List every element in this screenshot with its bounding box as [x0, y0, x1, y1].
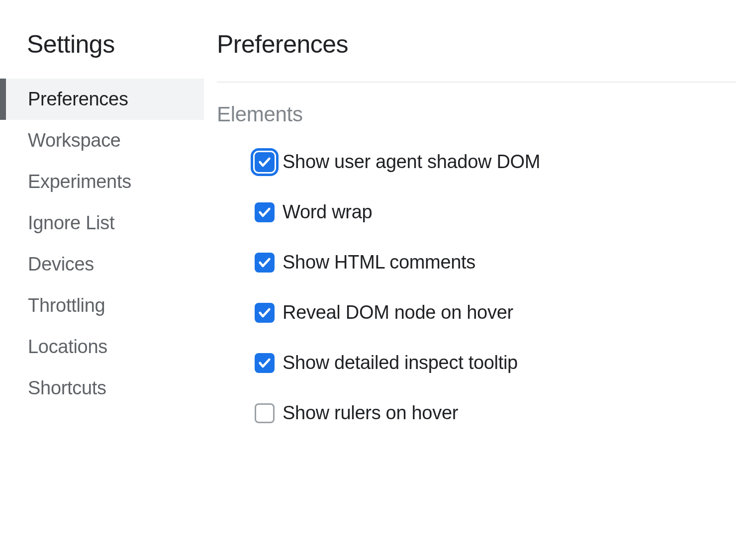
main-content: Preferences Elements Show user agent sha…: [204, 0, 756, 552]
option-show-rulers-on-hover: Show rulers on hover: [255, 402, 736, 424]
sidebar-item-label: Devices: [28, 254, 94, 275]
checkbox-word-wrap[interactable]: [255, 202, 275, 222]
sidebar-item-devices[interactable]: Devices: [0, 244, 204, 285]
sidebar-item-preferences[interactable]: Preferences: [0, 79, 204, 120]
option-show-detailed-inspect-tooltip: Show detailed inspect tooltip: [255, 352, 736, 373]
sidebar-item-label: Shortcuts: [28, 377, 106, 398]
page-title: Preferences: [217, 30, 736, 59]
option-label: Show user agent shadow DOM: [283, 151, 540, 173]
check-icon: [258, 306, 272, 320]
check-icon: [258, 155, 272, 169]
sidebar-nav: Preferences Workspace Experiments Ignore…: [0, 79, 204, 409]
option-show-user-agent-shadow-dom: Show user agent shadow DOM: [255, 151, 736, 173]
sidebar-item-label: Preferences: [28, 89, 128, 109]
options-list: Show user agent shadow DOM Word wrap Sho…: [217, 151, 736, 424]
check-icon: [258, 205, 272, 219]
option-label: Show rulers on hover: [283, 402, 458, 424]
sidebar-item-label: Experiments: [28, 171, 131, 192]
sidebar-item-label: Throttling: [28, 295, 105, 316]
sidebar-title: Settings: [0, 30, 204, 59]
option-word-wrap: Word wrap: [255, 201, 736, 223]
option-label: Show HTML comments: [283, 252, 475, 273]
check-icon: [258, 256, 272, 270]
checkbox-show-html-comments[interactable]: [255, 253, 275, 273]
checkbox-show-user-agent-shadow-dom[interactable]: [255, 152, 275, 172]
option-show-html-comments: Show HTML comments: [255, 252, 736, 273]
checkbox-show-rulers-on-hover[interactable]: [255, 403, 275, 423]
option-reveal-dom-node-on-hover: Reveal DOM node on hover: [255, 302, 736, 323]
divider: [217, 82, 736, 83]
sidebar-item-ignore-list[interactable]: Ignore List: [0, 202, 204, 244]
option-label: Reveal DOM node on hover: [283, 302, 513, 323]
sidebar-item-shortcuts[interactable]: Shortcuts: [0, 368, 204, 409]
checkbox-reveal-dom-node-on-hover[interactable]: [255, 303, 275, 323]
sidebar-item-workspace[interactable]: Workspace: [0, 120, 204, 161]
option-label: Show detailed inspect tooltip: [283, 352, 518, 373]
sidebar-item-label: Ignore List: [28, 212, 114, 233]
check-icon: [258, 356, 272, 370]
section-heading-elements: Elements: [217, 102, 736, 126]
settings-sidebar: Settings Preferences Workspace Experimen…: [0, 0, 204, 552]
checkbox-show-detailed-inspect-tooltip[interactable]: [255, 353, 275, 373]
sidebar-item-label: Locations: [28, 336, 107, 357]
sidebar-item-throttling[interactable]: Throttling: [0, 285, 204, 326]
sidebar-item-locations[interactable]: Locations: [0, 326, 204, 368]
option-label: Word wrap: [283, 201, 372, 223]
sidebar-item-label: Workspace: [28, 130, 121, 151]
sidebar-item-experiments[interactable]: Experiments: [0, 161, 204, 202]
